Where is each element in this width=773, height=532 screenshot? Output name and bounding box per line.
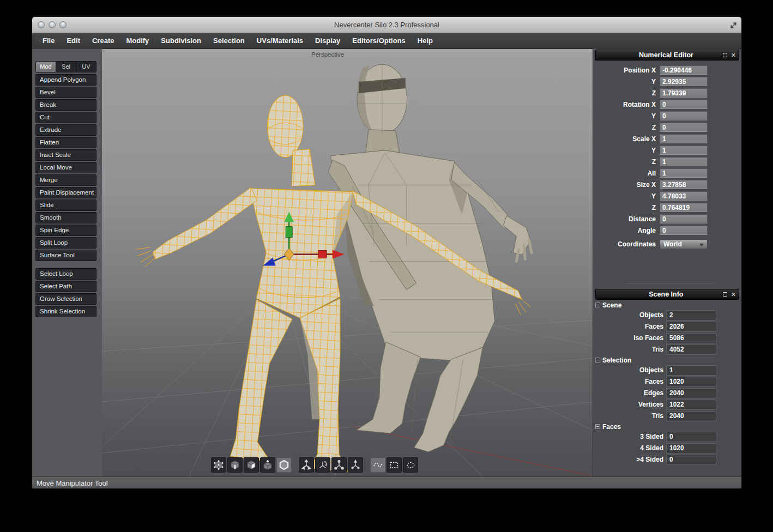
menu-subdivision[interactable]: Subdivision xyxy=(155,33,207,49)
move-manipulator-icon[interactable] xyxy=(299,457,314,473)
tool-paint-displacement[interactable]: Paint Displacement xyxy=(35,187,96,198)
rotate-manipulator-icon[interactable] xyxy=(315,457,330,473)
polygon-mode-icon[interactable] xyxy=(276,457,292,473)
faces-4-sided-value: 1020 xyxy=(666,443,716,454)
menu-modify[interactable]: Modify xyxy=(120,33,155,49)
rotation-z-field[interactable]: 0 xyxy=(660,123,708,132)
faces-section-header: Faces xyxy=(595,423,739,430)
position-z-field[interactable]: 1.79339 xyxy=(660,88,708,98)
menu-bar: File Edit Create Modify Subdivision Sele… xyxy=(32,33,741,49)
titlebar[interactable]: Nevercenter Silo 2.3 Professional xyxy=(32,17,741,33)
size-group: Size X3.27858 Y4.78033 Z0.764819 xyxy=(595,180,739,212)
menu-create[interactable]: Create xyxy=(86,33,120,49)
field-label: Y xyxy=(595,192,660,200)
tool-break[interactable]: Break xyxy=(35,99,96,111)
menu-display[interactable]: Display xyxy=(309,33,346,49)
scale-y-field[interactable]: 1 xyxy=(660,146,708,155)
tool-extrude[interactable]: Extrude xyxy=(35,124,96,136)
field-label: Angle xyxy=(595,227,660,234)
faces-3-sided-value: 0 xyxy=(666,432,716,442)
scale-x-field[interactable]: 1 xyxy=(660,134,708,143)
tool-shrink-selection[interactable]: Shrink Selection xyxy=(35,306,96,317)
stat-label: Iso Faces xyxy=(595,334,666,342)
paint-select-icon[interactable] xyxy=(370,457,385,473)
rotation-x-field[interactable]: 0 xyxy=(660,100,708,109)
coordinates-dropdown[interactable]: World xyxy=(660,239,708,249)
right-panel: Numerical Editor ✕ Position X-0.290446 Y… xyxy=(593,49,741,476)
chevron-down-icon xyxy=(699,244,704,246)
field-label: Scale X xyxy=(595,135,660,143)
app-window: Nevercenter Silo 2.3 Professional File E… xyxy=(32,16,742,489)
scale-group: Scale X1 Y1 Z1 All1 xyxy=(595,134,739,178)
stat-label: Vertices xyxy=(595,401,666,408)
position-y-field[interactable]: 2.92935 xyxy=(660,77,708,86)
scale-all-field[interactable]: 1 xyxy=(660,168,708,178)
object-mode-icon[interactable] xyxy=(260,457,275,473)
field-label: Size X xyxy=(595,181,660,189)
menu-uvs-materials[interactable]: UVs/Materials xyxy=(251,33,309,49)
universal-manipulator-icon[interactable] xyxy=(348,457,363,473)
rect-select-icon[interactable] xyxy=(387,457,402,473)
scale-manipulator-icon[interactable] xyxy=(331,457,347,473)
tab-uv[interactable]: UV xyxy=(76,62,96,72)
collapse-icon[interactable] xyxy=(595,424,600,429)
menu-file[interactable]: File xyxy=(37,33,61,49)
field-label: Y xyxy=(595,147,660,154)
tool-smooth[interactable]: Smooth xyxy=(35,212,96,223)
coordinates-value: World xyxy=(663,240,682,248)
menu-selection[interactable]: Selection xyxy=(207,33,251,49)
angle-field[interactable]: 0 xyxy=(660,226,708,235)
size-y-field[interactable]: 4.78033 xyxy=(660,191,708,201)
tool-select-loop[interactable]: Select Loop xyxy=(35,268,96,280)
rotation-y-field[interactable]: 0 xyxy=(660,111,708,120)
tool-append-polygon[interactable]: Append Polygon xyxy=(35,74,96,86)
tab-mod[interactable]: Mod xyxy=(36,62,56,72)
position-x-field[interactable]: -0.290446 xyxy=(660,65,708,75)
vertex-mode-icon[interactable] xyxy=(211,457,226,473)
field-label: Y xyxy=(595,78,660,86)
tool-surface-tool[interactable]: Surface Tool xyxy=(35,250,96,261)
scene-info-header[interactable]: Scene Info ✕ xyxy=(595,289,739,300)
tool-spin-edge[interactable]: Spin Edge xyxy=(35,225,96,236)
floor-grid xyxy=(102,283,593,476)
window-zoom-button[interactable] xyxy=(59,21,67,28)
size-x-field[interactable]: 3.27858 xyxy=(660,180,708,189)
menu-edit[interactable]: Edit xyxy=(61,33,86,49)
panel-title: Numerical Editor xyxy=(599,51,721,59)
tool-merge[interactable]: Merge xyxy=(35,174,96,186)
tool-inset-scale[interactable]: Inset Scale xyxy=(35,149,96,161)
numerical-editor-panel: Numerical Editor ✕ Position X-0.290446 Y… xyxy=(595,50,739,249)
window-close-button[interactable] xyxy=(38,21,45,28)
lasso-select-icon[interactable] xyxy=(403,457,418,473)
tool-cut[interactable]: Cut xyxy=(35,112,96,123)
numerical-editor-header[interactable]: Numerical Editor ✕ xyxy=(595,50,739,61)
collapse-icon[interactable] xyxy=(595,358,600,362)
window-minimize-button[interactable] xyxy=(49,21,56,28)
maximize-icon[interactable] xyxy=(723,53,727,57)
selection-mode-group xyxy=(211,457,292,473)
tool-split-loop[interactable]: Split Loop xyxy=(35,237,96,249)
tool-sidebar: Mod Sel UV Append Polygon Bevel Break Cu… xyxy=(32,49,102,476)
tool-select-path[interactable]: Select Path xyxy=(35,281,96,292)
viewport-3d[interactable]: Perspective xyxy=(102,49,593,476)
tool-grow-selection[interactable]: Grow Selection xyxy=(35,293,96,305)
edge-mode-icon[interactable] xyxy=(227,457,243,473)
menu-help[interactable]: Help xyxy=(412,33,439,49)
scale-z-field[interactable]: 1 xyxy=(660,157,708,166)
distance-field[interactable]: 0 xyxy=(660,214,708,223)
tab-sel[interactable]: Sel xyxy=(56,62,76,72)
size-z-field[interactable]: 0.764819 xyxy=(660,203,708,212)
face-mode-icon[interactable] xyxy=(244,457,259,473)
close-icon[interactable]: ✕ xyxy=(731,53,736,57)
gray-figure[interactable] xyxy=(328,64,532,452)
tool-slide[interactable]: Slide xyxy=(35,200,96,211)
collapse-icon[interactable] xyxy=(595,303,600,307)
tool-bevel[interactable]: Bevel xyxy=(35,87,96,98)
resize-icon[interactable] xyxy=(729,21,738,30)
maximize-icon[interactable] xyxy=(723,292,727,297)
close-icon[interactable]: ✕ xyxy=(731,292,736,297)
menu-editors-options[interactable]: Editors/Options xyxy=(346,33,412,49)
tool-flatten[interactable]: Flatten xyxy=(35,137,96,148)
panel-divider xyxy=(595,251,739,289)
tool-local-move[interactable]: Local Move xyxy=(35,162,96,173)
